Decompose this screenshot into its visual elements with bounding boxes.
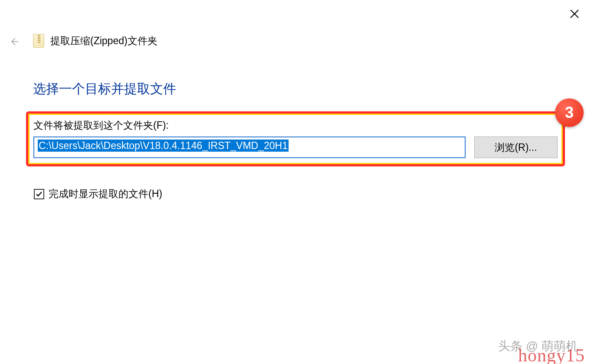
zip-folder-icon [33,34,44,48]
show-files-checkbox[interactable] [34,189,44,199]
extract-folder-label: 文件将被提取到这个文件夹(F): [33,119,558,132]
back-arrow-icon [9,36,19,47]
browse-button[interactable]: 浏览(R)... [474,136,558,158]
checkmark-icon [36,191,43,198]
close-button[interactable] [568,8,581,20]
highlight-annotation-box: 3 文件将被提取到这个文件夹(F): C:\Users\Jack\Desktop… [26,111,565,166]
watermark-author: hongy15 [518,345,585,364]
show-files-checkbox-row: 完成时显示提取的文件(H) [34,187,162,201]
step-badge: 3 [555,98,584,127]
close-icon [570,9,579,19]
dialog-title: 提取压缩(Zipped)文件夹 [50,34,158,48]
title-bar: 提取压缩(Zipped)文件夹 [33,34,158,48]
extract-path-value: C:\Users\Jack\Desktop\V18.0.4.1146_IRST_… [38,140,289,152]
section-heading: 选择一个目标并提取文件 [33,80,176,98]
back-button[interactable] [8,36,20,48]
extract-path-input[interactable]: C:\Users\Jack\Desktop\V18.0.4.1146_IRST_… [33,136,466,158]
show-files-checkbox-label: 完成时显示提取的文件(H) [49,187,162,201]
